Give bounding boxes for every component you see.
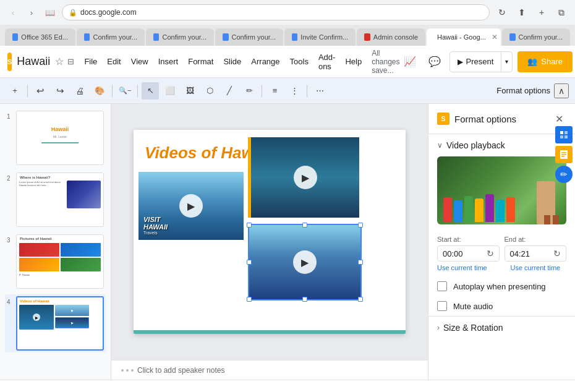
share-button[interactable]: 👥 Share	[518, 51, 573, 72]
line-tool[interactable]: ╱	[221, 82, 238, 100]
autoplay-checkbox-row[interactable]: Autoplay when presenting	[428, 276, 575, 296]
end-time-input[interactable]	[510, 249, 552, 258]
more-button[interactable]: ⋯	[311, 82, 328, 100]
selection-handle-tl[interactable]	[247, 223, 252, 228]
back-button[interactable]: ‹	[6, 6, 20, 19]
slide-thumb-1[interactable]: 1 Hawaii Mr. Lester	[5, 109, 106, 167]
video2-play-btn[interactable]: ▶	[179, 194, 203, 218]
start-use-current-time[interactable]: Use current time	[428, 263, 502, 276]
paint-format-button[interactable]: 🎨	[91, 82, 108, 100]
slide-video-1[interactable]: ▶	[248, 137, 359, 218]
size-rotation-section-header[interactable]: › Size & Rotation	[428, 316, 575, 339]
video2-overlay: VISITHAWAII Travels	[143, 216, 168, 235]
tab-office365[interactable]: Office 365 Ed...	[5, 28, 75, 46]
menu-tools[interactable]: Tools	[285, 54, 313, 69]
slide-thumb-4[interactable]: 4 Videos of Hawaii ▶ ▶ ▶	[5, 294, 106, 352]
selection-handle-bl[interactable]	[247, 297, 252, 302]
forward-button[interactable]: ›	[25, 6, 38, 19]
workspace-edit-icon[interactable]: ✏	[555, 166, 573, 183]
mute-checkbox-row[interactable]: Mute audio	[428, 296, 575, 316]
speaker-notes[interactable]: Click to add speaker notes	[111, 360, 428, 380]
slide-video-3[interactable]: ▶	[248, 224, 362, 300]
present-dropdown-chevron[interactable]: ▾	[501, 52, 512, 72]
start-time-input-wrap[interactable]: ↻	[437, 245, 500, 262]
align-right-button[interactable]: ⋮	[286, 82, 303, 100]
reader-mode-button[interactable]: 📖	[43, 6, 57, 19]
selection-handle-tm[interactable]	[302, 223, 307, 228]
slide-preview-1: Hawaii Mr. Lester	[16, 111, 104, 165]
mute-checkbox[interactable]	[437, 301, 447, 311]
menu-edit[interactable]: Edit	[102, 54, 126, 69]
upload-button[interactable]: ⬆	[514, 5, 529, 20]
slide-canvas[interactable]: Videos of Hawaii ▶ ▶ VISITHAWAII Travels	[134, 130, 406, 334]
menu-arrange[interactable]: Arrange	[246, 54, 284, 69]
pen-tool[interactable]: ✏	[241, 82, 258, 100]
address-bar[interactable]: 🔒 docs.google.com	[62, 4, 490, 20]
slide-canvas-container[interactable]: Videos of Hawaii ▶ ▶ VISITHAWAII Travels	[111, 104, 428, 360]
reload-button[interactable]: ↻	[495, 5, 509, 20]
zoom-button[interactable]: 🔍−	[116, 82, 134, 100]
selection-handle-br[interactable]	[358, 297, 363, 302]
add-tab-button[interactable]: +	[534, 5, 549, 20]
start-time-input[interactable]	[443, 249, 484, 258]
selection-handle-tr[interactable]	[358, 223, 363, 228]
menu-insert[interactable]: Insert	[153, 54, 184, 69]
menu-addons[interactable]: Add-ons	[313, 50, 340, 74]
comment-icon[interactable]: 💬	[425, 52, 445, 72]
tab-confirm1[interactable]: Confirm your...	[77, 28, 145, 46]
tab-confirm4[interactable]: Confirm your...	[502, 28, 570, 46]
tab-close-hawaii[interactable]: ✕	[492, 33, 498, 41]
menu-help[interactable]: Help	[340, 54, 367, 69]
video1-play-btn[interactable]: ▶	[294, 166, 317, 189]
video1-thumbnail: ▶	[251, 137, 359, 218]
end-use-current-time[interactable]: Use current time	[502, 263, 576, 276]
can-blue	[454, 200, 462, 222]
menu-slide[interactable]: Slide	[218, 54, 246, 69]
align-left-button[interactable]: ≡	[266, 82, 283, 100]
start-time-refresh-icon[interactable]: ↻	[487, 249, 494, 258]
tab-confirm3[interactable]: Confirm your...	[215, 28, 283, 46]
app-logo: S	[7, 53, 12, 71]
menu-file[interactable]: File	[79, 54, 102, 69]
redo-button[interactable]: ↪	[51, 82, 69, 100]
image-tool[interactable]: 🖼	[181, 82, 198, 100]
copy-icon[interactable]: ⊟	[67, 57, 74, 66]
tab-invite[interactable]: Invite Confirm...	[284, 28, 356, 46]
present-button[interactable]: ▶ Present ▾	[449, 51, 513, 72]
print-button[interactable]: 🖨	[71, 82, 88, 100]
start-at-label: Start at:	[437, 236, 500, 243]
workspace-docs-icon[interactable]	[555, 146, 573, 163]
text-box-tool[interactable]: ⬜	[161, 82, 179, 100]
video3-play-btn[interactable]: ▶	[293, 250, 317, 274]
tab-hawaii[interactable]: Hawaii - Goog... ✕	[427, 28, 501, 46]
workspace-sheets-icon[interactable]	[555, 126, 573, 143]
slide3-pic2	[61, 243, 101, 257]
slide-thumb-3[interactable]: 3 Pictures of Hawaii 🏳 Hawaii	[5, 232, 106, 291]
add-button[interactable]: +	[6, 82, 23, 100]
slide3-flags: 🏳 Hawaii	[17, 273, 103, 277]
undo-button[interactable]: ↩	[32, 82, 49, 100]
collapse-format-options-button[interactable]: ∧	[554, 83, 569, 98]
selection-handle-ml[interactable]	[247, 260, 252, 265]
menu-view[interactable]: View	[126, 54, 153, 69]
menu-format[interactable]: Format	[183, 54, 218, 69]
autoplay-checkbox[interactable]	[437, 281, 447, 291]
windows-button[interactable]: ⧉	[554, 5, 569, 20]
star-button[interactable]: ☆	[55, 56, 64, 67]
app-menu: File Edit View Insert Format Slide Arran…	[79, 50, 367, 74]
select-tool[interactable]: ↖	[142, 82, 159, 100]
end-time-refresh-icon[interactable]: ↻	[553, 249, 561, 258]
tab-icon-confirm1	[84, 33, 90, 41]
tab-confirm2[interactable]: Confirm your...	[146, 28, 214, 46]
tab-icon-admin	[364, 33, 370, 41]
analytics-icon[interactable]: 📈	[400, 52, 420, 72]
tab-admin[interactable]: Admin console	[357, 28, 425, 46]
slide-thumb-2[interactable]: 2 Where is Hawaii? Lorem ipsum dolor sit…	[5, 171, 106, 229]
selection-handle-mr[interactable]	[358, 260, 363, 265]
svg-rect-9	[561, 154, 566, 155]
sandal-right	[553, 215, 559, 224]
end-time-input-wrap[interactable]: ↻	[505, 245, 567, 262]
shape-tool[interactable]: ⬡	[201, 82, 218, 100]
selection-handle-bm[interactable]	[302, 297, 307, 302]
slide-video-2[interactable]: ▶ VISITHAWAII Travels	[138, 172, 244, 240]
